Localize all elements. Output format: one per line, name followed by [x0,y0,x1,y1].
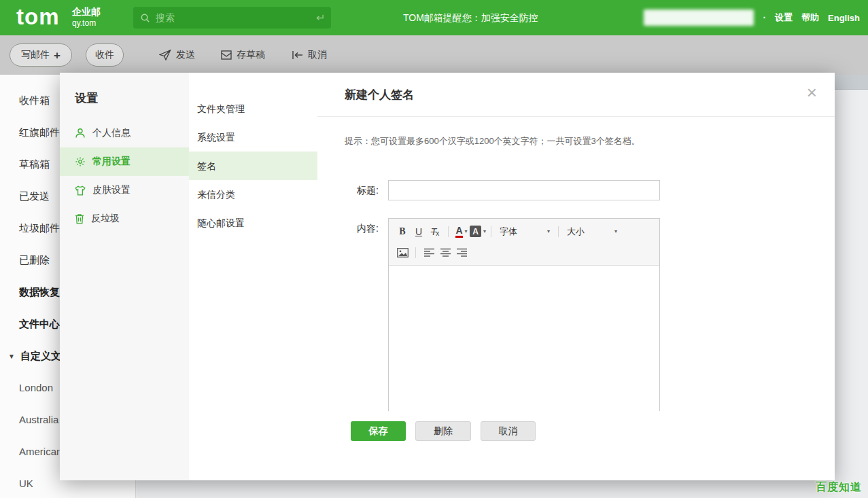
search-input[interactable] [156,12,314,23]
underline-button[interactable]: U [411,224,427,240]
signature-title-input[interactable] [388,180,660,200]
bg-color-a: A [470,226,481,237]
mail-toolbar: 写邮件 + 收件 发送 存草稿 取消 [0,35,868,75]
topbar: tom 企业邮 qy.tom TOM邮箱提醒您：加强安全防控 · 设置 帮助 E… [0,0,868,35]
cancel-compose-button[interactable]: 取消 [292,49,327,61]
language-link[interactable]: English [828,13,860,23]
nav-label: 个人信息 [92,127,131,139]
font-color-a: A [455,226,462,238]
font-size-label: 大小 [567,226,585,238]
save-button[interactable]: 保存 [351,421,406,441]
chevron-down-icon: ▾ [483,228,486,234]
settings-subnav: 文件夹管理 系统设置 签名 来信分类 随心邮设置 [189,73,317,480]
pane-header: 新建个人签名 × [317,73,835,117]
delete-button[interactable]: 删除 [415,421,471,441]
align-center-button[interactable] [437,245,453,261]
settings-nav-antispam[interactable]: 反垃圾 [60,204,189,233]
subnav-folder-management[interactable]: 文件夹管理 [189,94,317,123]
baidu-zhidao-watermark: 百度知道 [816,480,862,495]
clear-format-button[interactable]: Tx [427,224,443,240]
page-title: 新建个人签名 [345,73,414,117]
subnav-signature[interactable]: 签名 [189,152,317,180]
signature-pane: 新建个人签名 × 提示：您可设置最多600个汉字或1200个英文字符；一共可设置… [317,73,835,480]
person-icon [75,128,86,139]
align-left-button[interactable] [421,245,437,261]
toolbar-separator [491,226,491,237]
screen: tom 企业邮 qy.tom TOM邮箱提醒您：加强安全防控 · 设置 帮助 E… [0,0,868,498]
trash-icon [75,213,84,224]
clear-format-x: x [436,230,439,237]
toolbar-separator [415,247,416,258]
settings-nav-skin[interactable]: 皮肤设置 [60,176,189,204]
tom-logo: tom [16,4,60,30]
send-label: 发送 [176,49,195,61]
enter-icon [314,14,324,22]
subnav-system-settings[interactable]: 系统设置 [189,123,317,152]
signature-content-area[interactable] [389,266,659,411]
tshirt-icon [75,185,86,196]
security-notice: TOM邮箱提醒您：加强安全防控 [403,0,538,35]
editor-toolbar: B U Tx A▾ A▾ 字体▾ 大小▾ [389,219,659,266]
draft-label: 存草稿 [237,49,265,61]
chevron-down-icon: ▾ [547,228,550,234]
compose-label: 写邮件 [21,49,50,61]
font-family-select[interactable]: 字体▾ [496,224,553,240]
bg-color-button[interactable]: A▾ [470,224,486,240]
settings-nav-panel: 设置 个人信息 常用设置 皮肤设置 [60,73,189,480]
cancel-label: 取消 [308,49,327,61]
settings-link[interactable]: 设置 [775,12,793,24]
chevron-down-icon: ▾ [614,228,617,234]
search-box[interactable] [133,7,331,29]
draft-icon [221,50,232,60]
toolbar-separator [448,226,449,237]
font-family-label: 字体 [500,226,517,238]
settings-nav-general[interactable]: 常用设置 [60,147,189,176]
bold-button[interactable]: B [394,224,411,240]
subnav-suixin-mail[interactable]: 随心邮设置 [189,209,317,237]
settings-title: 设置 [75,90,189,104]
toolbar-separator [558,226,559,237]
font-color-button[interactable]: A▾ [453,224,470,240]
save-draft-button[interactable]: 存草稿 [221,49,265,61]
gear-icon [75,156,86,167]
search-icon [140,13,150,23]
nav-label: 皮肤设置 [92,184,131,196]
cancel-button[interactable]: 取消 [481,421,536,441]
brand-line1: 企业邮 [72,6,101,18]
help-link[interactable]: 帮助 [801,12,819,24]
send-button[interactable]: 发送 [159,49,195,61]
brand-text: 企业邮 qy.tom [72,6,101,29]
nav-label: 常用设置 [92,156,131,168]
compose-button[interactable]: 写邮件 + [10,43,72,67]
content-label: 内容: [336,218,379,238]
title-label: 标题: [336,180,379,200]
topbar-right: · 设置 帮助 English [644,0,860,35]
send-icon [159,50,171,60]
signature-hint: 提示：您可设置最多600个汉字或1200个英文字符；一共可设置3个签名档。 [345,135,640,147]
chevron-down-icon: ▾ [465,228,468,234]
close-icon[interactable]: × [807,84,817,101]
separator-dot: · [763,12,766,23]
settings-modal: 设置 个人信息 常用设置 皮肤设置 [60,73,835,480]
settings-nav-profile[interactable]: 个人信息 [60,119,189,147]
font-size-select[interactable]: 大小▾ [563,224,621,240]
align-right-button[interactable] [453,245,470,261]
plus-icon: + [54,50,60,61]
account-email-redacted [644,10,754,26]
nav-label: 反垃圾 [91,213,120,225]
signature-editor: B U Tx A▾ A▾ 字体▾ 大小▾ [388,218,660,411]
brand-line2: qy.tom [72,18,101,29]
insert-image-button[interactable] [394,245,411,261]
cancel-icon [292,50,303,60]
chevron-down-icon: ▼ [8,353,15,360]
receive-button[interactable]: 收件 [86,43,124,67]
subnav-mail-classification[interactable]: 来信分类 [189,180,317,209]
